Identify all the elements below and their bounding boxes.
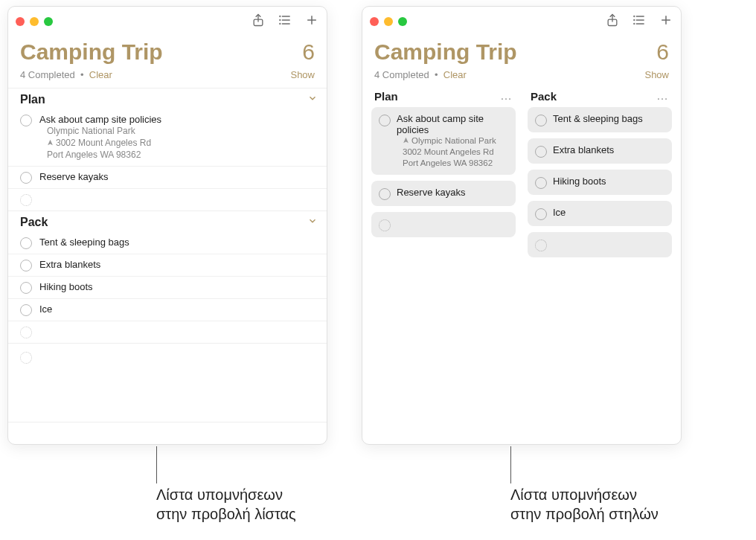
caption-line-2: στην προβολή λίστας bbox=[156, 504, 296, 524]
add-reminder-circle[interactable] bbox=[20, 194, 32, 206]
svg-point-13 bbox=[634, 16, 635, 17]
complete-toggle[interactable] bbox=[535, 146, 547, 158]
add-reminder-icon[interactable] bbox=[659, 13, 673, 30]
complete-toggle[interactable] bbox=[20, 237, 32, 249]
complete-toggle[interactable] bbox=[20, 172, 32, 184]
new-reminder-placeholder[interactable] bbox=[8, 321, 327, 343]
zoom-window-button[interactable] bbox=[44, 17, 53, 26]
view-mode-icon[interactable] bbox=[632, 13, 647, 30]
list-header: Camping Trip 6 bbox=[8, 36, 327, 65]
svg-point-4 bbox=[280, 16, 281, 17]
column-plan: Plan … Ask about camp site policies Olym… bbox=[371, 88, 516, 263]
reminder-title: Ice bbox=[553, 207, 664, 218]
caption-text: Λίστα υπομνήσεων στην προβολή στηλών bbox=[510, 485, 659, 524]
caption-text: Λίστα υπομνήσεων στην προβολή λίστας bbox=[156, 485, 296, 524]
share-icon[interactable] bbox=[251, 13, 266, 30]
complete-toggle[interactable] bbox=[379, 188, 391, 200]
reminder-card[interactable]: Ice bbox=[528, 201, 672, 226]
complete-toggle[interactable] bbox=[20, 282, 32, 294]
reminder-title: Reserve kayaks bbox=[39, 171, 108, 182]
toolbar-actions bbox=[251, 13, 319, 30]
column-name: Pack bbox=[531, 90, 557, 103]
add-reminder-circle[interactable] bbox=[535, 240, 547, 251]
svg-point-14 bbox=[634, 20, 635, 21]
zoom-window-button[interactable] bbox=[398, 17, 407, 26]
minimize-window-button[interactable] bbox=[384, 17, 393, 26]
reminder-title: Hiking boots bbox=[553, 176, 664, 187]
reminder-item[interactable]: Reserve kayaks bbox=[8, 166, 327, 188]
close-window-button[interactable] bbox=[16, 17, 25, 26]
chevron-down-icon[interactable] bbox=[307, 216, 318, 229]
share-icon[interactable] bbox=[605, 13, 620, 30]
reminder-card[interactable]: Reserve kayaks bbox=[371, 181, 516, 206]
clear-button[interactable]: Clear bbox=[443, 69, 467, 80]
new-reminder-placeholder[interactable] bbox=[8, 188, 327, 210]
columns-container: Plan … Ask about camp site policies Olym… bbox=[362, 88, 681, 263]
section-header-plan[interactable]: Plan bbox=[8, 88, 327, 109]
complete-toggle[interactable] bbox=[20, 304, 32, 316]
location-name: Olympic National Park bbox=[411, 135, 496, 147]
column-pack: Pack … Tent & sleeping bags Extra blanke… bbox=[528, 88, 672, 263]
new-reminder-card[interactable] bbox=[528, 232, 672, 257]
reminder-item[interactable]: Extra blankets bbox=[8, 254, 327, 276]
svg-point-15 bbox=[634, 24, 635, 25]
address-line-1: 3002 Mount Angeles Rd bbox=[403, 147, 508, 158]
caption-list-view: Λίστα υπομνήσεων στην προβολή λίστας bbox=[156, 446, 296, 524]
completed-status: 4 Completed • Clear bbox=[20, 69, 112, 80]
list-subheader: 4 Completed • Clear Show bbox=[362, 65, 681, 88]
address-line-2: Port Angeles WA 98362 bbox=[403, 158, 508, 169]
chevron-down-icon[interactable] bbox=[307, 93, 318, 106]
reminder-card[interactable]: Hiking boots bbox=[528, 170, 672, 195]
clear-button[interactable]: Clear bbox=[89, 69, 112, 80]
traffic-lights bbox=[370, 17, 407, 26]
complete-toggle[interactable] bbox=[535, 115, 547, 126]
location-name: Olympic National Park bbox=[47, 125, 161, 137]
reminder-title: Ask about camp site policies bbox=[397, 113, 508, 135]
titlebar bbox=[8, 7, 327, 36]
toolbar-actions bbox=[605, 13, 673, 30]
reminder-item[interactable]: Ice bbox=[8, 298, 327, 321]
complete-toggle[interactable] bbox=[20, 115, 32, 126]
reminder-title: Reserve kayaks bbox=[397, 187, 508, 198]
svg-point-6 bbox=[280, 24, 281, 25]
address-line-2: Port Angeles WA 98362 bbox=[47, 149, 161, 161]
reminder-item[interactable]: Hiking boots bbox=[8, 276, 327, 298]
reminder-body: Ask about camp site policies Olympic Nat… bbox=[397, 113, 508, 169]
minimize-window-button[interactable] bbox=[30, 17, 39, 26]
complete-toggle[interactable] bbox=[535, 177, 547, 189]
list-title: Camping Trip bbox=[374, 39, 517, 65]
complete-toggle[interactable] bbox=[379, 115, 391, 126]
reminder-title: Tent & sleeping bags bbox=[553, 113, 664, 124]
show-button[interactable]: Show bbox=[290, 69, 315, 80]
show-button[interactable]: Show bbox=[644, 69, 669, 80]
reminder-card[interactable]: Tent & sleeping bags bbox=[528, 107, 672, 132]
reminder-title: Hiking boots bbox=[39, 281, 93, 292]
add-circle[interactable] bbox=[20, 352, 32, 364]
new-section-placeholder[interactable] bbox=[8, 343, 327, 371]
section-header-pack[interactable]: Pack bbox=[8, 210, 327, 232]
reminder-location: Olympic National Park 3002 Mount Angeles… bbox=[397, 135, 508, 169]
callout-line bbox=[510, 446, 511, 483]
list-count: 6 bbox=[302, 39, 315, 65]
add-reminder-icon[interactable] bbox=[304, 13, 319, 30]
caption-line-1: Λίστα υπομνήσεων bbox=[510, 485, 659, 504]
completed-count: 4 Completed bbox=[374, 69, 429, 80]
add-reminder-circle[interactable] bbox=[379, 219, 391, 231]
complete-toggle[interactable] bbox=[20, 260, 32, 271]
view-mode-icon[interactable] bbox=[278, 13, 292, 30]
reminder-item[interactable]: Tent & sleeping bags bbox=[8, 232, 327, 254]
complete-toggle[interactable] bbox=[535, 208, 547, 220]
reminder-card[interactable]: Extra blankets bbox=[528, 138, 672, 164]
reminder-item[interactable]: Ask about camp site policies Olympic Nat… bbox=[8, 109, 327, 166]
column-more-button[interactable]: … bbox=[500, 89, 513, 103]
new-reminder-card[interactable] bbox=[371, 212, 516, 237]
location-icon bbox=[403, 135, 409, 147]
column-more-button[interactable]: … bbox=[656, 89, 669, 103]
address-line-1: 3002 Mount Angeles Rd bbox=[56, 137, 151, 149]
list-header: Camping Trip 6 bbox=[362, 36, 681, 65]
reminder-location: Olympic National Park 3002 Mount Angeles… bbox=[39, 125, 161, 161]
close-window-button[interactable] bbox=[370, 17, 379, 26]
add-reminder-circle[interactable] bbox=[20, 327, 32, 338]
bottom-divider bbox=[8, 422, 327, 444]
reminder-card[interactable]: Ask about camp site policies Olympic Nat… bbox=[371, 107, 516, 175]
